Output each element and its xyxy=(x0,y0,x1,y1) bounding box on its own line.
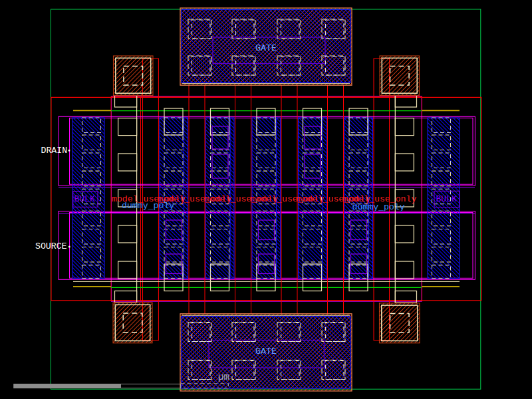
svg-text:dummy_poly: dummy_poly xyxy=(352,202,405,212)
svg-text:SOURCE: SOURCE xyxy=(35,241,67,251)
svg-text:GATE: GATE xyxy=(255,346,277,356)
svg-text:BULK: BULK xyxy=(74,194,95,204)
svg-text:BULK: BULK xyxy=(436,194,457,204)
svg-text:DRAIN: DRAIN xyxy=(41,146,68,156)
svg-text:GATE: GATE xyxy=(255,43,277,53)
svg-text:µm: µm xyxy=(218,372,229,382)
svg-text:dummy_poly: dummy_poly xyxy=(122,201,174,211)
